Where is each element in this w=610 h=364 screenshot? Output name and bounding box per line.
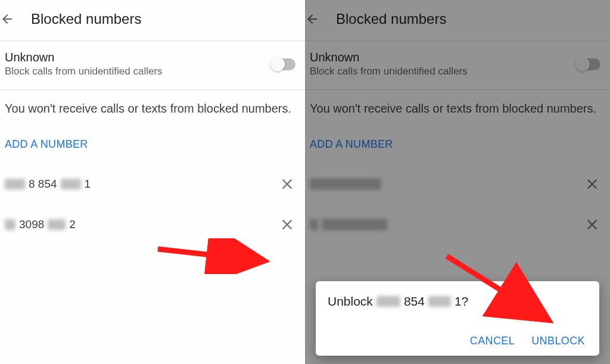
blocked-number-label: 8 854 1 <box>5 178 279 191</box>
dialog-title: Unblock 854 1? <box>328 294 587 309</box>
svg-line-0 <box>158 249 265 261</box>
unblock-dialog: Unblock 854 1? CANCEL UNBLOCK <box>316 281 599 356</box>
add-number-button[interactable]: ADD A NUMBER <box>0 122 305 164</box>
blocked-number-row: 8 854 1 <box>0 164 305 204</box>
unknown-subtitle: Block calls from unidentified callers <box>5 66 272 77</box>
left-pane: Blocked numbers Unknown Block calls from… <box>0 0 305 364</box>
cancel-button[interactable]: CANCEL <box>470 335 515 347</box>
header: Blocked numbers <box>0 0 305 38</box>
blocked-number-row: 3098 2 <box>0 204 305 245</box>
right-pane: Blocked numbers Unknown Block calls from… <box>305 0 610 364</box>
unblock-button[interactable]: UNBLOCK <box>531 335 585 347</box>
info-text: You won't receive calls or texts from bl… <box>0 90 305 122</box>
unknown-title: Unknown <box>5 51 272 64</box>
back-icon[interactable] <box>0 12 14 26</box>
page-title: Blocked numbers <box>31 11 141 27</box>
blocked-number-label: 3098 2 <box>5 218 279 231</box>
remove-number-icon[interactable] <box>279 176 295 192</box>
remove-number-icon[interactable] <box>279 216 295 233</box>
unknown-caller-row[interactable]: Unknown Block calls from unidentified ca… <box>0 41 305 87</box>
unknown-toggle[interactable] <box>272 58 295 70</box>
